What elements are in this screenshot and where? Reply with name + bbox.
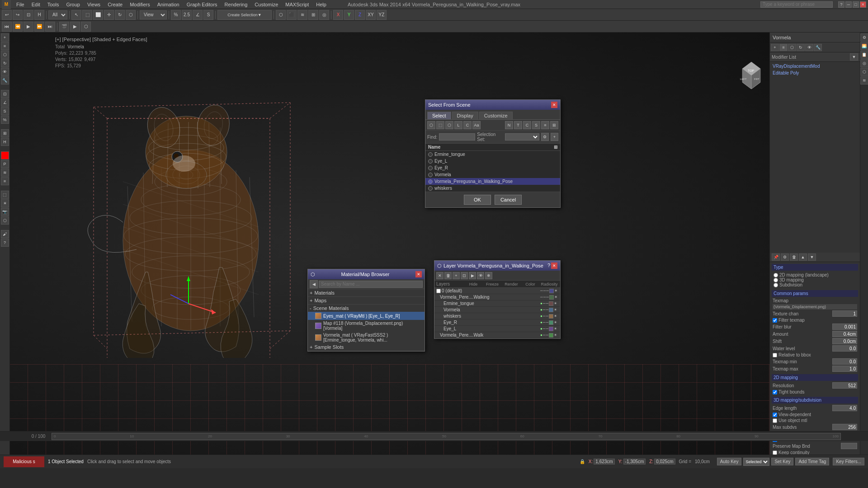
sort-by-name-btn[interactable]: N [505, 121, 513, 129]
filter-texmap-row[interactable]: Filter texmap [772, 317, 858, 323]
mat-browser-close-btn[interactable]: ✕ [415, 271, 422, 277]
type-3d-radio[interactable] [774, 278, 778, 282]
render-setup-btn[interactable]: ⚙ [860, 33, 868, 42]
tex-chan-input[interactable] [832, 310, 857, 317]
utilities-tab-btn[interactable]: 🔧 [814, 44, 822, 51]
layer-new-btn[interactable]: ✕ [436, 272, 443, 279]
view-dep-row[interactable]: View-dependent [772, 412, 858, 418]
type-subdiv-radio[interactable] [774, 283, 778, 287]
y-axis-btn[interactable]: Y [344, 10, 354, 20]
sort-by-type-btn[interactable]: T [514, 121, 522, 129]
sel-by-color-btn[interactable]: C [463, 121, 472, 129]
list-icons-btn[interactable]: ≡ [541, 121, 549, 129]
quick-render-btn[interactable]: ▶ [70, 22, 80, 32]
modifier-list-expand-btn[interactable]: ▼ [850, 53, 858, 61]
list-item-5[interactable]: whiskers [425, 185, 560, 192]
angle-snap-toggle-btn[interactable]: ∠ [1, 99, 9, 107]
layer-close-btn[interactable]: ✕ [551, 263, 557, 269]
expand-col-btn[interactable]: ⊞ [554, 145, 557, 150]
layer-row-2[interactable]: Ermine_tongue ● ─ ─ ☀ [434, 300, 560, 307]
menu-file[interactable]: File [13, 1, 28, 8]
pin-stack-btn[interactable]: 📌 [772, 253, 780, 261]
modify-panel-btn[interactable]: ≡ [1, 42, 9, 50]
motion-tab-btn[interactable]: ↻ [797, 44, 805, 51]
help-side-btn[interactable]: ? [1, 239, 9, 247]
sort-by-size-btn[interactable]: S [532, 121, 540, 129]
color-swatch-7[interactable] [549, 333, 553, 338]
named-selection-dropdown[interactable]: Create Selection▼ [217, 10, 272, 20]
z-axis-btn[interactable]: Z [355, 10, 365, 20]
sel-invert-btn[interactable]: ⬡ [445, 121, 453, 129]
render-scene-btn[interactable]: 🎬 [59, 22, 69, 32]
display-tab[interactable]: Display [452, 112, 478, 119]
menu-graph-editors[interactable]: Graph Editors [183, 1, 221, 8]
color-swatch-2[interactable] [549, 301, 553, 306]
select-object-btn[interactable]: ⊡ [24, 10, 33, 20]
rotate-btn[interactable]: ↻ [115, 10, 125, 20]
spinner-snap-toggle-btn[interactable]: S [1, 107, 9, 115]
layer-title-bar[interactable]: ⬡ Layer Vormela_Peregusna_in_Walking_Pos… [434, 261, 560, 271]
layer-select-objects-btn[interactable]: ⊡ [461, 272, 468, 279]
perspective-view-btn[interactable]: ⬡ [1, 216, 9, 225]
window-crossing-btn[interactable]: ⬜ [93, 10, 103, 20]
select-tab[interactable]: Select [427, 112, 451, 119]
search-input[interactable] [760, 1, 833, 8]
modifier-vray-disp[interactable]: VRayDisplacementMod [771, 63, 859, 70]
materials-section[interactable]: + Materials [308, 289, 425, 297]
menu-group[interactable]: Group [62, 1, 84, 8]
sel-by-layer-btn[interactable]: L [454, 121, 462, 129]
layer-row-1[interactable]: Vormela_Pere....Walking ─ ─ ─ ☀ [434, 294, 560, 300]
list-item-2[interactable]: Eye_R [425, 164, 560, 171]
render-msg-btn[interactable]: 📋 [860, 51, 868, 59]
filter-texmap-check[interactable] [773, 318, 777, 323]
mat-back-btn[interactable]: ◀ [310, 280, 318, 288]
tight-bounds-check[interactable] [773, 390, 777, 394]
viewport[interactable]: [+] [Perspective] [Shaded + Edged Faces]… [10, 33, 769, 455]
create-panel-btn[interactable]: + [1, 33, 9, 42]
active-shade-side-btn[interactable]: ◎ [860, 59, 868, 67]
camera-view-btn[interactable]: 📷 [1, 208, 9, 216]
layer-row-3[interactable]: Vormela ● ─ ─ ☀ [434, 307, 560, 313]
user-tag[interactable]: Malicious s [4, 456, 44, 467]
layer-manager-btn[interactable]: ⬚ [1, 191, 9, 199]
layer-freeze-unselected-btn[interactable]: ❄ [485, 272, 492, 279]
layer-delete-btn[interactable]: 🗑 [444, 272, 452, 279]
remove-modifier-btn[interactable]: 🗑 [790, 253, 798, 261]
maps-section[interactable]: + Maps [308, 297, 425, 305]
modifier-editable-poly[interactable]: Editable Poly [771, 70, 859, 76]
menu-maxscript[interactable]: MAXScript [282, 1, 312, 8]
named-sel-btn[interactable]: H [1, 138, 9, 146]
isolate-sel-btn[interactable]: ⊞ [1, 129, 9, 137]
select-by-name-btn[interactable]: H [34, 10, 44, 20]
x-axis-btn[interactable]: X [333, 10, 343, 20]
maximize-btn[interactable]: □ [853, 1, 859, 8]
select-btn[interactable]: ↖ [71, 10, 81, 20]
layer-row-default[interactable]: 0 (default) ─ ─ ─ ☀ [434, 288, 560, 294]
spinner-snap-btn[interactable]: S [203, 10, 213, 20]
list-item-4[interactable]: Vormela_Peregusna_in_Walking_Pose [425, 178, 560, 185]
mat-editor-side-btn[interactable]: ⬡ [860, 68, 868, 76]
menu-rendering[interactable]: Rendering [221, 1, 251, 8]
case-sensitive-btn[interactable]: Aa [472, 121, 481, 129]
move-down-btn[interactable]: ▼ [808, 253, 816, 261]
key-filters-btn[interactable]: Key Filters... [833, 458, 864, 465]
color-swatch-6[interactable] [549, 327, 553, 331]
layer-row-7[interactable]: Vormela_Pere....Walk ● ─ ─ ☀ [434, 332, 560, 338]
mat-item-1[interactable]: Map #118 (Vormela_Displacement.png) [Vor… [308, 320, 425, 332]
select-dialog-close-btn[interactable]: ✕ [551, 102, 557, 108]
scale-btn[interactable]: ⬡ [126, 10, 136, 20]
wire-color-btn[interactable] [1, 151, 9, 160]
sel-none-btn[interactable]: ⬚ [436, 121, 444, 129]
color-swatch-0[interactable] [549, 289, 554, 293]
texmap-value-display[interactable]: (Vormela_Displacement.png) [773, 304, 857, 310]
resolution-input[interactable] [832, 382, 857, 389]
keep-cont-row[interactable]: Keep continuity [772, 450, 858, 455]
undo-btn[interactable]: ↩ [2, 10, 12, 20]
list-item-0[interactable]: Ermine_tongue [425, 151, 560, 158]
hierarchy-panel-btn[interactable]: ⬡ [1, 51, 9, 59]
view-dep-check[interactable] [773, 413, 777, 417]
type-2d-radio[interactable] [774, 273, 778, 277]
material-editor-btn[interactable]: ◎ [319, 10, 329, 20]
amount-input[interactable] [832, 331, 857, 337]
utilities-panel-btn[interactable]: 🔧 [1, 76, 9, 84]
